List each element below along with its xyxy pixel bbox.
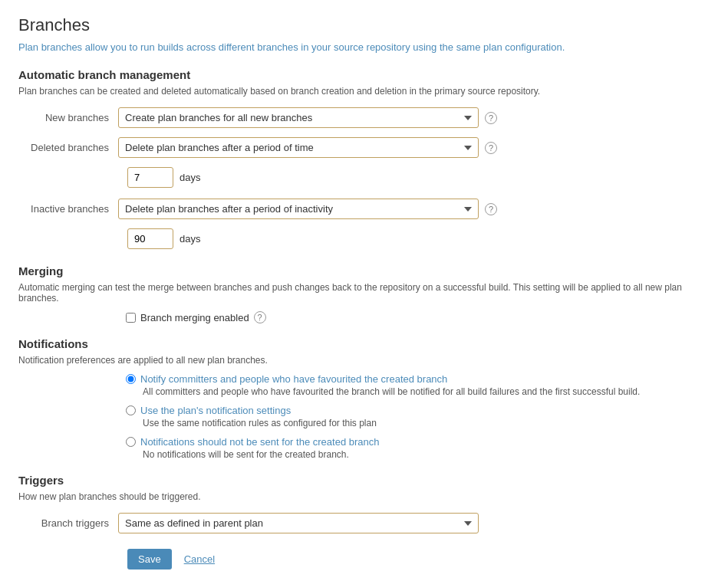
notifications-radio-group: Notify committers and people who have fa…: [126, 373, 710, 460]
notification-desc-0: All committers and people who have favou…: [143, 386, 710, 397]
automatic-branch-heading: Automatic branch management: [18, 68, 710, 81]
button-row: Save Cancel: [127, 549, 710, 570]
notifications-description: Notification preferences are applied to …: [18, 355, 710, 366]
triggers-heading: Triggers: [18, 474, 710, 487]
notification-radio-0[interactable]: [126, 374, 136, 384]
deleted-branches-select[interactable]: Delete plan branches after a period of t…: [118, 137, 479, 158]
inactive-branches-days-row: days: [127, 228, 710, 249]
notification-option-0-label[interactable]: Notify committers and people who have fa…: [126, 373, 710, 385]
deleted-branches-days-label: days: [180, 172, 200, 183]
branch-merging-label: Branch merging enabled: [140, 312, 249, 323]
notification-text-0: Notify committers and people who have fa…: [140, 373, 447, 385]
inactive-branches-row: Inactive branches Delete plan branches a…: [18, 199, 710, 219]
notification-option-2-label[interactable]: Notifications should not be sent for the…: [126, 436, 710, 448]
notification-desc-1: Use the same notification rules as confi…: [143, 418, 710, 428]
notification-option-0: Notify committers and people who have fa…: [126, 373, 710, 397]
notification-option-1: Use the plan's notification settings Use…: [126, 405, 710, 428]
triggers-description: How new plan branches should be triggere…: [18, 491, 710, 502]
deleted-branches-days-row: days: [127, 167, 710, 188]
page-title: Branches: [18, 15, 710, 35]
merging-section: Merging Automatic merging can test the m…: [18, 264, 710, 323]
branch-triggers-control: Same as defined in parent plan Custom tr…: [118, 513, 479, 533]
deleted-branches-control: Delete plan branches after a period of t…: [118, 137, 497, 158]
inactive-branches-control: Delete plan branches after a period of i…: [118, 199, 497, 219]
merging-help-icon[interactable]: ?: [254, 311, 266, 323]
deleted-branches-row: Deleted branches Delete plan branches af…: [18, 137, 710, 158]
new-branches-control: Create plan branches for all new branche…: [118, 107, 497, 128]
triggers-section: Triggers How new plan branches should be…: [18, 474, 710, 533]
new-branches-row: New branches Create plan branches for al…: [18, 107, 710, 128]
automatic-branch-section: Automatic branch management Plan branche…: [18, 68, 710, 249]
inactive-branches-help-icon[interactable]: ?: [485, 203, 497, 215]
branch-triggers-select[interactable]: Same as defined in parent plan Custom tr…: [118, 513, 479, 533]
page-description: Plan branches allow you to run builds ac…: [18, 41, 710, 53]
merging-checkbox-row: Branch merging enabled ?: [126, 311, 710, 323]
inactive-branches-days-label: days: [180, 233, 200, 245]
notification-option-2: Notifications should not be sent for the…: [126, 436, 710, 460]
new-branches-help-icon[interactable]: ?: [485, 112, 497, 124]
notification-radio-2[interactable]: [126, 437, 136, 447]
inactive-branches-days-input[interactable]: [127, 228, 173, 249]
notification-option-1-label[interactable]: Use the plan's notification settings: [126, 405, 710, 416]
inactive-branches-select[interactable]: Delete plan branches after a period of i…: [118, 199, 479, 219]
notifications-heading: Notifications: [18, 337, 710, 350]
branch-merging-checkbox[interactable]: [126, 313, 136, 323]
cancel-button[interactable]: Cancel: [178, 549, 221, 570]
notification-desc-2: No notifications will be sent for the cr…: [143, 449, 710, 460]
merging-heading: Merging: [18, 264, 710, 277]
branch-triggers-label: Branch triggers: [18, 517, 118, 529]
notifications-section: Notifications Notification preferences a…: [18, 337, 710, 460]
deleted-branches-days-input[interactable]: [127, 167, 173, 188]
inactive-branches-label: Inactive branches: [18, 203, 118, 215]
notification-radio-1[interactable]: [126, 405, 136, 415]
new-branches-select[interactable]: Create plan branches for all new branche…: [118, 107, 479, 128]
notification-text-1: Use the plan's notification settings: [140, 405, 291, 416]
new-branches-label: New branches: [18, 112, 118, 123]
save-button[interactable]: Save: [127, 549, 172, 570]
merging-description: Automatic merging can test the merge bet…: [18, 282, 710, 304]
notification-text-2: Notifications should not be sent for the…: [140, 436, 379, 448]
deleted-branches-help-icon[interactable]: ?: [485, 142, 497, 154]
branch-triggers-row: Branch triggers Same as defined in paren…: [18, 513, 710, 533]
deleted-branches-label: Deleted branches: [18, 142, 118, 153]
automatic-branch-description: Plan branches can be created and deleted…: [18, 86, 710, 97]
